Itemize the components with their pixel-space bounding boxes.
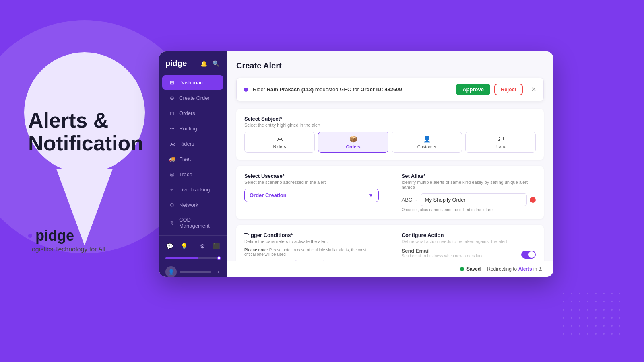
sidebar-item-routing[interactable]: ⤳ Routing — [162, 121, 223, 136]
sidebar-logo: pidge — [165, 59, 187, 68]
dashboard-icon: ⊞ — [169, 79, 175, 86]
sidebar-item-riders[interactable]: 🏍 Riders — [162, 136, 223, 151]
svg-point-29 — [587, 317, 588, 319]
svg-point-32 — [611, 317, 613, 319]
search-icon[interactable]: 🔍 — [211, 59, 220, 68]
plus-circle-icon: ⊕ — [169, 95, 175, 101]
sidebar-item-cod-management[interactable]: ₹ COD Management — [162, 213, 223, 233]
network-icon: ⬡ — [169, 202, 175, 208]
logo-name: pidge — [28, 227, 161, 244]
notif-dot — [244, 88, 248, 92]
alias-input[interactable] — [421, 193, 527, 206]
svg-point-14 — [595, 301, 597, 302]
user-name-bar — [180, 271, 211, 273]
logo-area: pidge Logistics Technology for All — [28, 227, 161, 253]
svg-point-27 — [571, 317, 572, 319]
settings-icon[interactable]: ⚙ — [198, 241, 207, 251]
sidebar-item-live-tracking[interactable]: ⌁ Live Tracking — [162, 182, 223, 197]
alias-dash: - — [415, 197, 417, 203]
svg-point-47 — [603, 333, 605, 335]
usecase-select[interactable]: Order Creation ▼ — [244, 189, 379, 202]
subject-alias-row: Select Subject* Select the entity highli… — [244, 116, 536, 153]
trigger-sub: Define the parameters to activate the al… — [244, 239, 379, 244]
logo-tagline: Logistics Technology for All — [28, 246, 161, 253]
sidebar-item-dashboard[interactable]: ⊞ Dashboard — [162, 75, 223, 90]
svg-point-21 — [587, 309, 588, 311]
rupee-icon: ₹ — [169, 220, 175, 226]
bell-icon[interactable]: 🔔 — [199, 59, 208, 68]
lightbulb-icon[interactable]: 💡 — [179, 241, 189, 251]
sidebar-item-orders[interactable]: ◻ Orders — [162, 106, 223, 120]
sidebar: pidge 🔔 🔍 ⊞ Dashboard ⊕ Create Order ◻ O… — [159, 51, 227, 277]
sidebar-item-fleet[interactable]: 🚚 Fleet — [162, 152, 223, 166]
send-email-sub: Send email to business when new orders l… — [402, 254, 484, 258]
logo-dot — [28, 234, 32, 238]
notif-actions: Approve Reject — [456, 84, 523, 95]
svg-point-5 — [587, 293, 588, 294]
svg-point-34 — [563, 325, 564, 327]
sidebar-divider — [194, 243, 194, 250]
svg-point-46 — [595, 333, 597, 335]
chat-icon[interactable]: 💬 — [165, 241, 175, 251]
send-email-toggle[interactable] — [521, 251, 536, 259]
svg-point-41 — [619, 325, 620, 327]
subject-option-customer[interactable]: 👤 Customer — [392, 132, 462, 153]
alias-prefix: ABC — [402, 197, 413, 203]
alerts-link[interactable]: Alerts — [518, 266, 532, 272]
sidebar-header-icons: 🔔 🔍 — [199, 59, 220, 68]
svg-point-6 — [595, 293, 597, 294]
svg-point-26 — [563, 317, 564, 319]
orders-icon: 📦 — [349, 135, 357, 143]
svg-point-13 — [587, 301, 588, 302]
bottom-bar: Saved Redirecting to Alerts in 3.. — [227, 261, 553, 277]
sidebar-item-create-order[interactable]: ⊕ Create Order — [162, 90, 223, 105]
send-email-label-group: Send Email Send email to business when n… — [402, 248, 484, 261]
action-sub: Define what action needs to be taken aga… — [402, 239, 536, 244]
sidebar-item-network[interactable]: ⬡ Network — [162, 197, 223, 212]
alias-row: ABC - ! — [402, 193, 536, 206]
sidebar-item-trace[interactable]: ◎ Trace — [162, 167, 223, 181]
subject-alias-section: Select Subject* Select the entity highli… — [236, 109, 544, 160]
chevron-down-icon: ▼ — [369, 193, 374, 198]
usecase-sub: Select the scenario addressed in the ale… — [244, 180, 379, 185]
progress-bar-container — [162, 256, 223, 261]
progress-bar — [165, 257, 220, 259]
svg-point-20 — [579, 309, 580, 311]
svg-point-11 — [571, 301, 572, 302]
subject-sub: Select the entity highlighted in the ale… — [244, 123, 536, 128]
svg-point-9 — [619, 293, 620, 294]
svg-point-43 — [571, 333, 572, 335]
svg-point-3 — [571, 293, 572, 294]
sidebar-header: pidge 🔔 🔍 — [159, 51, 227, 73]
subject-option-orders[interactable]: 📦 Orders — [318, 132, 388, 153]
subject-option-riders[interactable]: 🏍 Riders — [244, 132, 315, 153]
svg-point-36 — [579, 325, 580, 327]
usecase-alias-row: Select Usecase* Select the scenario addr… — [244, 173, 536, 212]
svg-point-37 — [587, 325, 588, 327]
trace-icon: ◎ — [169, 171, 175, 177]
sidebar-bottom-icons: 💬 💡 ⚙ ⬛ — [162, 239, 223, 253]
svg-point-10 — [563, 301, 564, 302]
svg-point-23 — [603, 309, 605, 311]
tracking-icon: ⌁ — [169, 186, 175, 193]
display-icon[interactable]: ⬛ — [211, 241, 221, 251]
reject-button[interactable]: Reject — [494, 84, 523, 95]
svg-point-2 — [563, 293, 564, 294]
svg-point-16 — [611, 301, 613, 302]
usecase-col: Select Usecase* Select the scenario addr… — [244, 173, 379, 212]
svg-point-15 — [603, 301, 605, 302]
subject-option-brand[interactable]: 🏷 Brand — [465, 132, 536, 153]
close-notification-icon[interactable]: ✕ — [531, 86, 536, 93]
toggle-thumb — [528, 251, 535, 258]
svg-point-7 — [603, 293, 605, 294]
alias-label: Set Alias* — [402, 173, 536, 179]
svg-point-40 — [611, 325, 613, 327]
svg-point-12 — [579, 301, 580, 302]
approve-button[interactable]: Approve — [456, 84, 490, 95]
progress-fill — [165, 257, 198, 259]
logout-icon[interactable]: → — [215, 269, 220, 275]
svg-point-31 — [603, 317, 605, 319]
box-icon: ◻ — [169, 110, 175, 116]
alias-col: Set Alias* Identify multiple alerts of s… — [402, 173, 536, 212]
alias-note: Once set, alias name cannot be edited in… — [402, 208, 536, 212]
